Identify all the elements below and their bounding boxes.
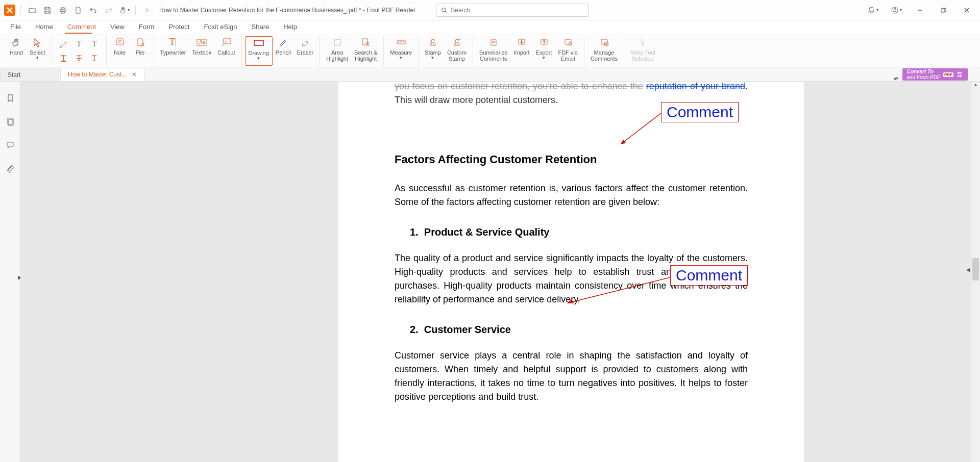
menu-foxit-esign[interactable]: Foxit eSign <box>197 21 244 32</box>
convert-ad-panel[interactable]: Convert Toand From PDF PDF <box>902 68 968 81</box>
close-button[interactable] <box>958 3 976 17</box>
menu-file[interactable]: File <box>3 21 28 32</box>
collapse-right-panel[interactable]: ◂ <box>966 264 971 274</box>
svg-rect-14 <box>334 39 340 45</box>
manage-comments-button[interactable]: Manage Comments <box>587 36 621 66</box>
menubar: File Home Comment View Form Protect Foxi… <box>0 20 980 33</box>
page-icon[interactable] <box>72 4 84 16</box>
keep-tool-selected-button[interactable]: Keep Tool Selected <box>627 36 658 66</box>
menu-view[interactable]: View <box>103 21 132 32</box>
menu-home[interactable]: Home <box>28 21 60 32</box>
redo-icon[interactable] <box>103 4 115 16</box>
measure-button[interactable]: Measure▾ <box>387 36 415 66</box>
menu-comment[interactable]: Comment <box>60 21 103 32</box>
vertical-scrollbar[interactable]: ▴ <box>971 82 980 462</box>
menu-protect[interactable]: Protect <box>161 21 197 32</box>
comments-panel-icon[interactable] <box>4 139 16 151</box>
tabs-scroll-icon[interactable]: ◂▾ <box>893 75 898 81</box>
menu-form[interactable]: Form <box>132 21 161 32</box>
svg-point-18 <box>431 39 434 42</box>
stamp-button[interactable]: Stamp▾ <box>422 36 444 66</box>
save-icon[interactable] <box>41 4 54 16</box>
comment-annotation-1[interactable]: Comment <box>661 102 739 122</box>
import-icon <box>517 37 526 47</box>
area-highlight-button[interactable]: Area Highlight <box>323 36 351 66</box>
squiggly-button[interactable]: T <box>88 52 101 65</box>
comment-annotation-2[interactable]: Comment <box>670 265 748 286</box>
tab-start[interactable]: Start <box>0 68 59 81</box>
titlebar: ▾ ▽ How to Master Customer Retention for… <box>0 0 980 20</box>
area-highlight-icon <box>333 37 342 47</box>
svg-point-5 <box>894 8 896 10</box>
select-button[interactable]: Select▾ <box>27 36 48 66</box>
hand-button[interactable]: Hand <box>6 36 27 66</box>
hand-qat-icon[interactable]: ▾ <box>118 4 130 16</box>
svg-point-3 <box>442 8 446 11</box>
global-search[interactable] <box>436 4 589 17</box>
menu-share[interactable]: Share <box>244 21 277 32</box>
file-attach-button[interactable]: File <box>130 36 151 66</box>
scroll-up-icon[interactable]: ▴ <box>971 82 980 90</box>
text-icon: T <box>77 39 82 48</box>
measure-icon <box>396 37 406 47</box>
app-icon[interactable] <box>4 5 15 16</box>
svg-text:+: + <box>458 38 461 42</box>
drawing-button[interactable]: Drawing▾ <box>245 36 273 66</box>
fdf-email-button[interactable]: FDF via Email <box>555 36 581 66</box>
minimize-button[interactable] <box>911 3 929 17</box>
restore-button[interactable] <box>934 3 952 17</box>
textbox-icon: A≡ <box>196 37 207 47</box>
search-highlight-button[interactable]: Search & Highlight <box>351 36 380 66</box>
highlight-button[interactable] <box>57 37 70 50</box>
comment-arrow-1 <box>618 111 664 147</box>
typewriter-icon: T| <box>169 37 177 47</box>
bookmark-icon[interactable] <box>4 92 16 104</box>
text-t2-button[interactable]: T <box>88 37 101 50</box>
pencil-icon <box>279 37 288 47</box>
note-icon <box>115 37 125 47</box>
strikeout-icon: T <box>77 54 82 63</box>
comment-arrow-2 <box>564 275 673 306</box>
close-tab-icon[interactable]: ✕ <box>132 71 137 78</box>
svg-text:≡: ≡ <box>225 39 228 43</box>
notifications-icon[interactable]: ▾ <box>864 3 882 17</box>
pages-icon[interactable] <box>4 115 16 127</box>
pencil-button[interactable]: Pencil <box>273 36 294 66</box>
squiggly-icon: T <box>92 54 97 63</box>
svg-text:A≡: A≡ <box>199 40 206 45</box>
undo-icon[interactable] <box>87 4 100 16</box>
email-icon <box>564 37 573 47</box>
underline-button[interactable]: T <box>57 52 70 65</box>
menu-help[interactable]: Help <box>276 21 304 32</box>
customer-service-paragraph: Customer service plays a central role in… <box>395 349 748 404</box>
attachments-icon[interactable] <box>4 162 16 174</box>
document-area[interactable]: you focus on customer retention, you're … <box>20 82 971 462</box>
note-button[interactable]: Note <box>110 36 130 66</box>
scroll-thumb[interactable] <box>972 258 979 280</box>
svg-rect-6 <box>941 9 945 12</box>
underline-icon: T <box>61 54 66 63</box>
qat-dropdown-icon[interactable]: ▽ <box>141 4 153 16</box>
text-t1-button[interactable]: T <box>72 37 86 50</box>
textbox-button[interactable]: A≡ Textbox <box>189 36 214 66</box>
svg-rect-7 <box>116 39 124 45</box>
document-title: How to Master Customer Retention for the… <box>159 7 415 14</box>
typewriter-button[interactable]: T| Typewriter <box>157 36 189 66</box>
open-icon[interactable] <box>26 4 38 16</box>
custom-stamp-button[interactable]: + Custom Stamp <box>444 36 470 66</box>
svg-rect-1 <box>61 8 64 9</box>
export-button[interactable]: Export▾ <box>533 36 555 66</box>
pin-icon <box>638 37 647 47</box>
print-icon[interactable] <box>57 4 69 16</box>
callout-button[interactable]: ≡ Callout <box>214 36 238 66</box>
search-input[interactable] <box>451 7 584 14</box>
import-button[interactable]: Import <box>510 36 532 66</box>
eraser-button[interactable]: Eraser <box>294 36 316 66</box>
strikeout-button[interactable]: T <box>72 52 86 65</box>
tab-document[interactable]: How to Master Cust... ✕ <box>60 68 144 81</box>
account-icon[interactable]: ▾ <box>887 3 905 17</box>
summarize-comments-button[interactable]: Summarize Comments <box>476 36 511 66</box>
hand-icon <box>11 37 21 47</box>
file-icon <box>135 37 145 47</box>
callout-icon: ≡ <box>220 37 232 47</box>
